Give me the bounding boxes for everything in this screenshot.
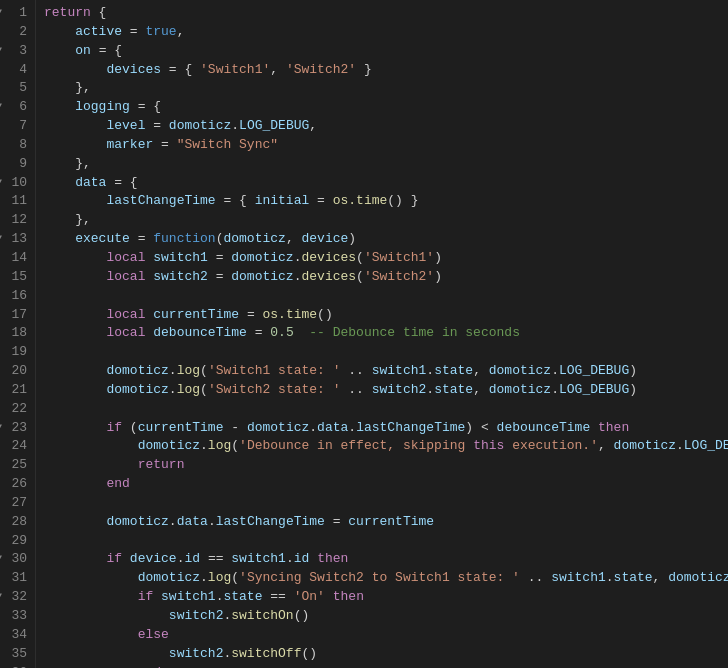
line-num-8: 8: [8, 136, 27, 155]
code-line-14: local switch1 = domoticz.devices('Switch…: [40, 249, 728, 268]
line-num-1: 1: [8, 4, 27, 23]
line-num-5: 5: [8, 79, 27, 98]
code-line-12: },: [40, 211, 728, 230]
line-num-11: 11: [8, 192, 27, 211]
code-line-23: if (currentTime - domoticz.data.lastChan…: [40, 419, 728, 438]
line-num-32: 32: [8, 588, 27, 607]
line-num-4: 4: [8, 61, 27, 80]
code-line-29: [40, 532, 728, 551]
code-line-4: devices = { 'Switch1', 'Switch2' }: [40, 61, 728, 80]
line-num-28: 28: [8, 513, 27, 532]
line-num-2: 2: [8, 23, 27, 42]
code-line-32: if switch1.state == 'On' then: [40, 588, 728, 607]
code-line-8: marker = "Switch Sync": [40, 136, 728, 155]
code-line-5: },: [40, 79, 728, 98]
code-line-21: domoticz.log('Switch2 state: ' .. switch…: [40, 381, 728, 400]
code-line-18: local debounceTime = 0.5 -- Debounce tim…: [40, 324, 728, 343]
line-num-3: 3: [8, 42, 27, 61]
line-num-25: 25: [8, 456, 27, 475]
code-line-27: [40, 494, 728, 513]
code-line-33: switch2.switchOn(): [40, 607, 728, 626]
code-line-31: domoticz.log('Syncing Switch2 to Switch1…: [40, 569, 728, 588]
line-num-21: 21: [8, 381, 27, 400]
line-num-15: 15: [8, 268, 27, 287]
code-line-3: on = {: [40, 42, 728, 61]
line-num-35: 35: [8, 645, 27, 664]
code-line-1: return {: [40, 4, 728, 23]
code-line-36: end: [40, 664, 728, 668]
line-num-6: 6: [8, 98, 27, 117]
code-line-22: [40, 400, 728, 419]
line-num-7: 7: [8, 117, 27, 136]
line-numbers: 1 2 3 4 5 6 7 8 9 10 11 12 13 14 15 16 1…: [0, 0, 36, 668]
line-num-23: 23: [8, 419, 27, 438]
line-num-10: 10: [8, 174, 27, 193]
line-num-17: 17: [8, 306, 27, 325]
line-num-19: 19: [8, 343, 27, 362]
line-num-9: 9: [8, 155, 27, 174]
line-num-31: 31: [8, 569, 27, 588]
code-line-30: if device.id == switch1.id then: [40, 550, 728, 569]
code-line-35: switch2.switchOff(): [40, 645, 728, 664]
code-line-25: return: [40, 456, 728, 475]
line-num-16: 16: [8, 287, 27, 306]
code-line-9: },: [40, 155, 728, 174]
line-num-27: 27: [8, 494, 27, 513]
code-line-28: domoticz.data.lastChangeTime = currentTi…: [40, 513, 728, 532]
line-num-22: 22: [8, 400, 27, 419]
code-line-11: lastChangeTime = { initial = os.time() }: [40, 192, 728, 211]
code-line-6: logging = {: [40, 98, 728, 117]
code-line-26: end: [40, 475, 728, 494]
line-num-24: 24: [8, 437, 27, 456]
code-line-20: domoticz.log('Switch1 state: ' .. switch…: [40, 362, 728, 381]
line-num-20: 20: [8, 362, 27, 381]
line-num-36: 36: [8, 664, 27, 668]
code-container: 1 2 3 4 5 6 7 8 9 10 11 12 13 14 15 16 1…: [0, 0, 728, 668]
code-line-13: execute = function(domoticz, device): [40, 230, 728, 249]
code-line-19: [40, 343, 728, 362]
code-line-2: active = true,: [40, 23, 728, 42]
code-lines: return { active = true, on = { devices =…: [36, 0, 728, 668]
line-num-33: 33: [8, 607, 27, 626]
code-line-7: level = domoticz.LOG_DEBUG,: [40, 117, 728, 136]
line-num-29: 29: [8, 532, 27, 551]
code-line-17: local currentTime = os.time(): [40, 306, 728, 325]
code-line-15: local switch2 = domoticz.devices('Switch…: [40, 268, 728, 287]
line-num-18: 18: [8, 324, 27, 343]
line-num-13: 13: [8, 230, 27, 249]
code-line-34: else: [40, 626, 728, 645]
line-num-12: 12: [8, 211, 27, 230]
line-num-30: 30: [8, 550, 27, 569]
code-line-24: domoticz.log('Debounce in effect, skippi…: [40, 437, 728, 456]
code-line-10: data = {: [40, 174, 728, 193]
line-num-14: 14: [8, 249, 27, 268]
line-num-26: 26: [8, 475, 27, 494]
line-num-34: 34: [8, 626, 27, 645]
code-line-16: [40, 287, 728, 306]
